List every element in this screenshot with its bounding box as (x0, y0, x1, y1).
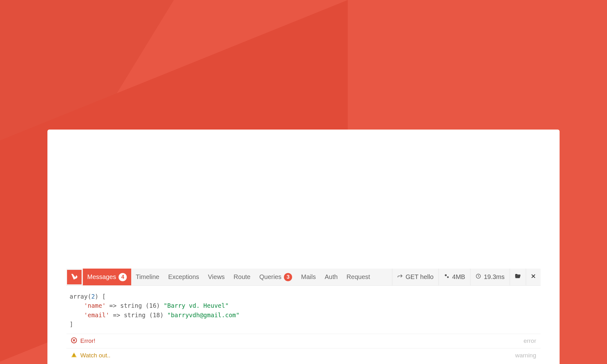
log-error-level: error (524, 337, 536, 344)
log-row-warning[interactable]: Watch out.. warning (66, 348, 541, 363)
tab-route[interactable]: Route (229, 269, 255, 285)
tab-auth[interactable]: Auth (320, 269, 342, 285)
svg-rect-4 (74, 354, 74, 355)
tab-mails-label: Mails (301, 273, 316, 281)
close-button[interactable] (526, 269, 541, 285)
tab-views[interactable]: Views (204, 269, 229, 285)
cogs-icon (444, 273, 450, 281)
tab-timeline-label: Timeline (136, 273, 159, 281)
tab-mails[interactable]: Mails (297, 269, 320, 285)
tab-route-label: Route (234, 273, 250, 281)
tab-auth-label: Auth (325, 273, 338, 281)
tab-request-label: Request (346, 273, 370, 281)
tab-views-label: Views (208, 273, 225, 281)
stat-time[interactable]: 19.3ms (470, 269, 510, 285)
log-row-error[interactable]: Error! error (66, 334, 541, 348)
stat-memory-label: 4MB (452, 273, 465, 281)
error-icon (71, 337, 77, 345)
svg-rect-5 (74, 356, 74, 357)
svg-point-1 (447, 276, 449, 278)
stat-time-label: 19.3ms (484, 273, 505, 281)
warning-icon (71, 352, 77, 360)
tab-exceptions-label: Exceptions (168, 273, 199, 281)
svg-point-0 (445, 274, 447, 276)
stat-route-label: GET hello (406, 273, 434, 281)
tab-messages-label: Messages (87, 273, 116, 281)
debugbar-header: Messages 4 Timeline Exceptions Views Rou… (66, 269, 541, 286)
close-icon (530, 273, 536, 281)
tab-messages[interactable]: Messages 4 (83, 269, 131, 285)
content-panel: Messages 4 Timeline Exceptions Views Rou… (47, 130, 560, 364)
stat-route[interactable]: GET hello (392, 269, 439, 285)
tab-queries-badge: 3 (284, 273, 292, 281)
log-warning-level: warning (515, 352, 536, 359)
tab-queries-label: Queries (259, 273, 281, 281)
folder-open-icon (514, 273, 521, 281)
stat-memory[interactable]: 4MB (438, 269, 470, 285)
tab-timeline[interactable]: Timeline (131, 269, 164, 285)
clock-icon (475, 273, 481, 281)
laravel-icon[interactable] (67, 270, 82, 284)
tab-messages-badge: 4 (119, 273, 127, 281)
tab-exceptions[interactable]: Exceptions (164, 269, 204, 285)
message-array-dump: array(2) [ 'name' => string (16) "Barry … (66, 286, 541, 334)
tab-queries[interactable]: Queries 3 (255, 269, 297, 285)
log-warning-message: Watch out.. (80, 352, 110, 359)
folder-button[interactable] (510, 269, 526, 285)
log-error-message: Error! (80, 337, 95, 344)
tab-request[interactable]: Request (342, 269, 375, 285)
share-icon (397, 273, 403, 281)
debugbar: Messages 4 Timeline Exceptions Views Rou… (66, 269, 541, 364)
